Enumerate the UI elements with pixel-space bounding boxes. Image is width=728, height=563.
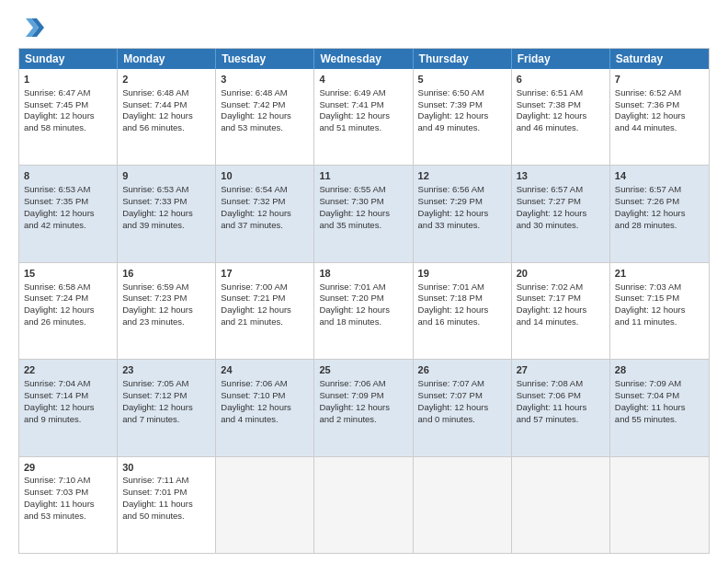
sunrise-label: Sunrise: 7:00 AM	[221, 282, 287, 292]
cal-header-cell: Monday	[118, 49, 216, 69]
daylight-minutes: and 11 minutes.	[615, 316, 677, 327]
day-number: 22	[24, 363, 112, 377]
sunset-label: Sunset: 7:06 PM	[517, 390, 581, 400]
day-number: 2	[122, 73, 210, 86]
cal-cell: 17 Sunrise: 7:00 AM Sunset: 7:21 PM Dayl…	[216, 263, 314, 359]
sunrise-label: Sunrise: 7:05 AM	[122, 378, 188, 388]
daylight-label: Daylight: 12 hours	[221, 208, 291, 218]
day-number: 20	[517, 267, 605, 281]
day-number: 24	[221, 363, 309, 377]
cal-cell: 21 Sunrise: 7:03 AM Sunset: 7:15 PM Dayl…	[610, 263, 709, 359]
sunrise-label: Sunrise: 6:48 AM	[221, 87, 287, 98]
sunrise-label: Sunrise: 7:07 AM	[418, 378, 484, 388]
cal-cell: 15 Sunrise: 6:58 AM Sunset: 7:24 PM Dayl…	[19, 263, 118, 359]
daylight-minutes: and 16 minutes.	[418, 316, 481, 327]
daylight-minutes: and 18 minutes.	[319, 316, 381, 327]
daylight-minutes: and 26 minutes.	[24, 316, 86, 327]
day-number: 26	[418, 363, 506, 377]
daylight-label: Daylight: 12 hours	[418, 208, 489, 218]
daylight-minutes: and 30 minutes.	[517, 220, 579, 230]
daylight-label: Daylight: 12 hours	[122, 304, 193, 315]
cal-cell: 24 Sunrise: 7:06 AM Sunset: 7:10 PM Dayl…	[216, 360, 314, 455]
cal-header-cell: Wednesday	[314, 49, 413, 69]
cal-cell	[414, 457, 512, 553]
header	[18, 15, 710, 40]
daylight-label: Daylight: 12 hours	[24, 110, 95, 121]
cal-cell: 30 Sunrise: 7:11 AM Sunset: 7:01 PM Dayl…	[118, 457, 216, 553]
daylight-minutes: and 7 minutes.	[122, 414, 179, 424]
sunset-label: Sunset: 7:44 PM	[122, 99, 187, 109]
sunset-label: Sunset: 7:36 PM	[615, 99, 679, 109]
sunset-label: Sunset: 7:39 PM	[418, 99, 483, 109]
cal-cell	[216, 457, 314, 553]
day-number: 21	[615, 267, 704, 281]
cal-header-cell: Sunday	[19, 49, 118, 69]
daylight-minutes: and 50 minutes.	[122, 511, 185, 521]
cal-header-cell: Friday	[512, 49, 610, 69]
sunset-label: Sunset: 7:35 PM	[24, 196, 88, 206]
sunrise-label: Sunrise: 6:59 AM	[122, 282, 188, 292]
daylight-label: Daylight: 11 hours	[122, 499, 193, 509]
cal-header-cell: Thursday	[414, 49, 512, 69]
sunrise-label: Sunrise: 7:01 AM	[418, 282, 484, 292]
daylight-label: Daylight: 11 hours	[24, 499, 95, 509]
daylight-label: Daylight: 12 hours	[319, 402, 390, 412]
sunrise-label: Sunrise: 7:10 AM	[24, 475, 90, 485]
sunrise-label: Sunrise: 6:51 AM	[517, 87, 583, 98]
cal-cell: 27 Sunrise: 7:08 AM Sunset: 7:06 PM Dayl…	[512, 360, 610, 455]
daylight-label: Daylight: 12 hours	[418, 304, 489, 315]
day-number: 14	[615, 169, 704, 183]
cal-cell: 20 Sunrise: 7:02 AM Sunset: 7:17 PM Dayl…	[512, 263, 610, 359]
sunset-label: Sunset: 7:14 PM	[24, 390, 88, 400]
day-number: 19	[418, 267, 506, 281]
cal-cell: 11 Sunrise: 6:55 AM Sunset: 7:30 PM Dayl…	[314, 166, 413, 261]
sunset-label: Sunset: 7:26 PM	[615, 196, 679, 206]
sunset-label: Sunset: 7:20 PM	[319, 293, 383, 303]
sunset-label: Sunset: 7:32 PM	[221, 196, 285, 206]
sunset-label: Sunset: 7:17 PM	[517, 293, 581, 303]
sunset-label: Sunset: 7:12 PM	[122, 390, 187, 400]
cal-cell	[610, 457, 709, 553]
sunrise-label: Sunrise: 6:52 AM	[615, 87, 681, 98]
day-number: 3	[221, 73, 309, 86]
daylight-minutes: and 23 minutes.	[122, 316, 185, 327]
sunrise-label: Sunrise: 7:06 AM	[319, 378, 385, 388]
logo-icon	[18, 15, 44, 40]
sunset-label: Sunset: 7:30 PM	[319, 196, 383, 206]
sunset-label: Sunset: 7:01 PM	[122, 487, 187, 497]
sunrise-label: Sunrise: 6:47 AM	[24, 87, 90, 98]
daylight-minutes: and 39 minutes.	[122, 220, 185, 230]
daylight-label: Daylight: 12 hours	[418, 110, 489, 121]
calendar: SundayMondayTuesdayWednesdayThursdayFrid…	[18, 48, 710, 554]
sunset-label: Sunset: 7:07 PM	[418, 390, 483, 400]
daylight-minutes: and 42 minutes.	[24, 220, 86, 230]
cal-cell: 9 Sunrise: 6:53 AM Sunset: 7:33 PM Dayli…	[118, 166, 216, 261]
daylight-minutes: and 9 minutes.	[24, 414, 81, 424]
sunset-label: Sunset: 7:18 PM	[418, 293, 483, 303]
sunrise-label: Sunrise: 6:55 AM	[319, 184, 385, 194]
sunrise-label: Sunrise: 6:50 AM	[418, 87, 484, 98]
sunrise-label: Sunrise: 7:01 AM	[319, 282, 385, 292]
daylight-minutes: and 14 minutes.	[517, 316, 579, 327]
daylight-minutes: and 4 minutes.	[221, 414, 278, 424]
daylight-label: Daylight: 12 hours	[615, 110, 686, 121]
sunset-label: Sunset: 7:04 PM	[615, 390, 679, 400]
cal-cell: 23 Sunrise: 7:05 AM Sunset: 7:12 PM Dayl…	[118, 360, 216, 455]
cal-row: 29 Sunrise: 7:10 AM Sunset: 7:03 PM Dayl…	[19, 457, 709, 553]
page: SundayMondayTuesdayWednesdayThursdayFrid…	[0, 0, 728, 563]
daylight-minutes: and 2 minutes.	[319, 414, 376, 424]
cal-cell: 4 Sunrise: 6:49 AM Sunset: 7:41 PM Dayli…	[314, 69, 413, 165]
cal-cell: 2 Sunrise: 6:48 AM Sunset: 7:44 PM Dayli…	[118, 69, 216, 165]
sunrise-label: Sunrise: 6:57 AM	[517, 184, 583, 194]
daylight-label: Daylight: 11 hours	[517, 402, 587, 412]
sunrise-label: Sunrise: 6:53 AM	[24, 184, 90, 194]
cal-cell: 7 Sunrise: 6:52 AM Sunset: 7:36 PM Dayli…	[610, 69, 709, 165]
cal-cell: 8 Sunrise: 6:53 AM Sunset: 7:35 PM Dayli…	[19, 166, 118, 261]
daylight-minutes: and 55 minutes.	[615, 414, 677, 424]
sunset-label: Sunset: 7:42 PM	[221, 99, 285, 109]
cal-cell: 1 Sunrise: 6:47 AM Sunset: 7:45 PM Dayli…	[19, 69, 118, 165]
day-number: 1	[24, 73, 112, 86]
sunset-label: Sunset: 7:41 PM	[319, 99, 383, 109]
daylight-minutes: and 53 minutes.	[24, 511, 86, 521]
day-number: 23	[122, 363, 210, 377]
